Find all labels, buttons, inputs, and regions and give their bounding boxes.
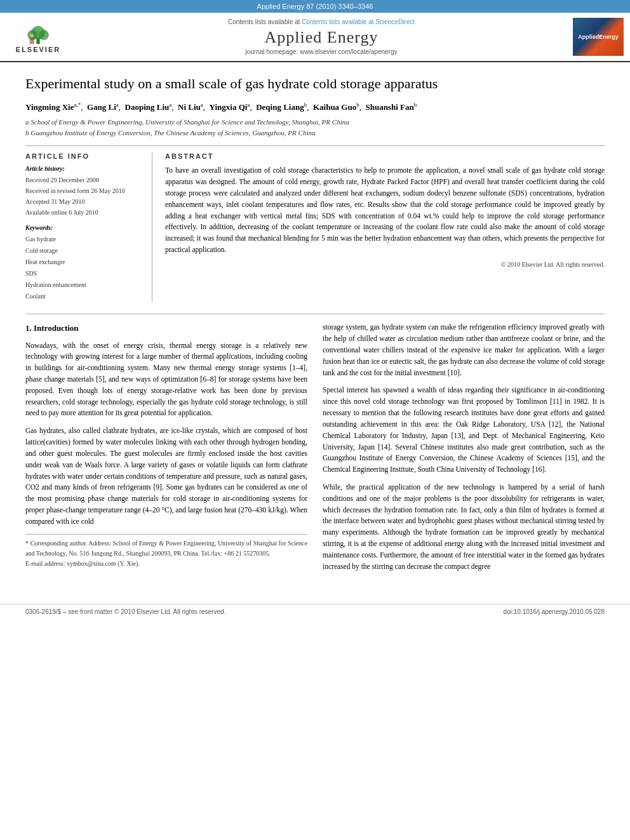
- affiliation-a: a School of Energy & Power Engineering, …: [25, 117, 605, 128]
- intro-para-1: Nowadays, with the onset of energy crisi…: [25, 340, 307, 420]
- journal-center-header: Contents lists available at Contents lis…: [76, 18, 566, 55]
- journal-header: ELSEVIER Contents lists available at Con…: [0, 13, 630, 62]
- introduction-heading: 1. Introduction: [25, 322, 307, 335]
- available-date: Available online 6 July 2010: [25, 207, 142, 218]
- keyword-2: Cold storage: [25, 245, 142, 257]
- author-liu-d: Daoping Liu: [125, 102, 170, 112]
- accepted-date: Accepted 31 May 2010: [25, 196, 142, 207]
- article-info-abstract-section: ARTICLE INFO Article history: Received 2…: [25, 145, 605, 302]
- keyword-1: Gas hydrate: [25, 234, 142, 245]
- article-history-label: Article history:: [25, 165, 142, 172]
- journal-title: Applied Energy: [76, 28, 566, 47]
- elsevier-logo: ELSEVIER: [6, 20, 70, 53]
- journal-citation-bar: Applied Energy 87 (2010) 3340–3346: [0, 0, 630, 13]
- author-liang: Deqing Liang: [256, 102, 304, 112]
- abstract-column: ABSTRACT To have an overall investigatio…: [165, 152, 605, 302]
- revised-date: Received in revised form 26 May 2010: [25, 185, 142, 196]
- svg-rect-4: [30, 37, 34, 44]
- body-para-right-1: storage system, gas hydrate system can m…: [323, 322, 605, 378]
- body-para-right-3: While, the practical application of the …: [323, 482, 605, 573]
- keyword-3: Heat exchanger: [25, 257, 142, 268]
- footnote-email: E-mail address: xymbox@sina.com (Y. Xie)…: [25, 559, 307, 569]
- author-qi: Yingxia Qi: [210, 102, 248, 112]
- body-para-right-2: Special interest has spawned a wealth of…: [323, 385, 605, 476]
- author-guo: Kaihua Guo: [313, 102, 356, 112]
- keyword-5: Hydration enhancement: [25, 279, 142, 291]
- journal-citation-text: Applied Energy 87 (2010) 3340–3346: [257, 3, 373, 10]
- body-left-column: 1. Introduction Nowadays, with the onset…: [25, 322, 307, 578]
- sciencedirect-link[interactable]: Contents lists available at ScienceDirec…: [302, 18, 415, 25]
- affiliation-b: b Guangzhou Institute of Energy Conversi…: [25, 128, 605, 138]
- keyword-6: Coolant: [25, 291, 142, 302]
- applied-energy-logo: AppliedEnergy: [573, 18, 624, 56]
- keywords-list: Gas hydrate Cold storage Heat exchanger …: [25, 234, 142, 302]
- svg-point-5: [30, 34, 34, 37]
- elsevier-wordmark: ELSEVIER: [16, 46, 60, 53]
- author-liu-n: Ni Liu: [178, 102, 201, 112]
- article-info-column: ARTICLE INFO Article history: Received 2…: [25, 152, 152, 302]
- body-section: 1. Introduction Nowadays, with the onset…: [25, 314, 605, 578]
- paper-content: Experimental study on a small scale of g…: [0, 62, 630, 591]
- received-date: Received 29 December 2008: [25, 175, 142, 185]
- footnote-corresponding: * Corresponding author. Address: School …: [25, 538, 307, 559]
- author-fan: Shuanshi Fan: [365, 102, 413, 112]
- issn-text: 0306-2619/$ – see front matter © 2010 El…: [25, 608, 225, 615]
- copyright-line: © 2010 Elsevier Ltd. All rights reserved…: [165, 261, 605, 268]
- sciencedirect-notice: Contents lists available at Contents lis…: [76, 18, 566, 25]
- abstract-heading: ABSTRACT: [165, 152, 605, 160]
- author-xie: Yingming Xie: [25, 102, 74, 112]
- bottom-bar: 0306-2619/$ – see front matter © 2010 El…: [0, 604, 630, 619]
- author-li: Gang Li: [87, 102, 116, 112]
- body-right-column: storage system, gas hydrate system can m…: [323, 322, 605, 578]
- doi-text: doi:10.1016/j.apenergy.2010.05.028: [504, 608, 605, 615]
- keyword-4: SDS: [25, 268, 142, 279]
- paper-title: Experimental study on a small scale of g…: [25, 75, 605, 93]
- footnote-area: * Corresponding author. Address: School …: [25, 534, 307, 569]
- svg-point-3: [39, 30, 49, 40]
- journal-homepage: journal homepage: www.elsevier.com/locat…: [76, 48, 566, 55]
- keywords-label: Keywords:: [25, 224, 142, 231]
- article-history-items: Received 29 December 2008 Received in re…: [25, 175, 142, 218]
- authors-line: Yingming Xiea,*, Gang Lia, Daoping Liua,…: [25, 101, 605, 114]
- elsevier-tree-icon: [19, 20, 57, 46]
- intro-para-2: Gas hydrates, also called clathrate hydr…: [25, 425, 307, 527]
- affiliations: a School of Energy & Power Engineering, …: [25, 117, 605, 138]
- article-info-heading: ARTICLE INFO: [25, 152, 142, 160]
- abstract-text: To have an overall investigation of cold…: [165, 165, 605, 256]
